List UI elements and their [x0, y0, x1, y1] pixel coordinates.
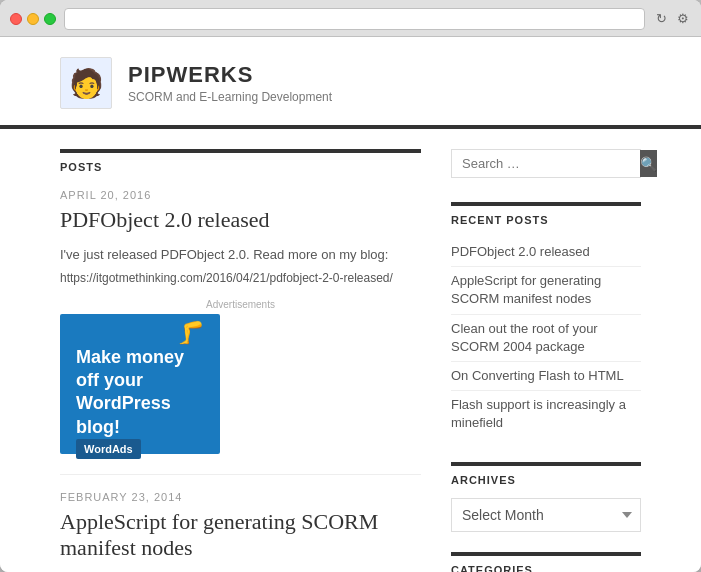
recent-post-item[interactable]: Flash support is increasingly a minefiel… [451, 391, 641, 437]
main-layout: POSTS APRIL 20, 2016 PDFObject 2.0 relea… [0, 129, 701, 572]
sidebar: 🔍 RECENT POSTS PDFObject 2.0 releasedApp… [451, 129, 641, 572]
ad-banner[interactable]: 🦵 Make money off your WordPress blog! Wo… [60, 314, 220, 454]
post-1-date: APRIL 20, 2016 [60, 189, 421, 201]
post-1-link[interactable]: https://itgotmethinking.com/2016/04/21/p… [60, 271, 421, 285]
site-wrapper: 🧑 PIPWERKS SCORM and E-Learning Developm… [0, 37, 701, 572]
site-tagline: SCORM and E-Learning Development [128, 90, 332, 104]
recent-post-item[interactable]: AppleScript for generating SCORM manifes… [451, 267, 641, 314]
browser-icons: ↻ ⚙ [653, 11, 691, 27]
site-name: PIPWERKS [128, 62, 332, 88]
recent-posts-heading: RECENT POSTS [451, 202, 641, 226]
content-area: POSTS APRIL 20, 2016 PDFObject 2.0 relea… [60, 129, 421, 572]
logo-figure: 🧑 [69, 67, 104, 100]
post-1: APRIL 20, 2016 PDFObject 2.0 released I'… [60, 189, 421, 454]
site-title-area: PIPWERKS SCORM and E-Learning Developmen… [128, 62, 332, 104]
ad-container: Advertisements 🦵 Make money off your Wor… [60, 299, 421, 454]
post-1-title[interactable]: PDFObject 2.0 released [60, 207, 421, 233]
address-bar[interactable] [64, 8, 645, 30]
minimize-button[interactable] [27, 13, 39, 25]
ad-text: Make money off your WordPress blog! [76, 346, 204, 440]
recent-post-item[interactable]: On Converting Flash to HTML [451, 362, 641, 391]
post-divider [60, 474, 421, 475]
categories-heading: CATEGORIES [451, 552, 641, 573]
ad-badge: WordAds [76, 439, 141, 459]
recent-post-item[interactable]: PDFObject 2.0 released [451, 238, 641, 267]
browser-window: ↻ ⚙ 🧑 PIPWERKS SCORM and E-Learning Deve… [0, 0, 701, 572]
site-logo: 🧑 [60, 57, 112, 109]
maximize-button[interactable] [44, 13, 56, 25]
archives-select[interactable]: Select Month [451, 498, 641, 532]
search-box: 🔍 [451, 149, 641, 178]
posts-heading: POSTS [60, 149, 421, 173]
refresh-icon[interactable]: ↻ [653, 11, 669, 27]
search-icon: 🔍 [640, 156, 657, 172]
recent-posts-list: PDFObject 2.0 releasedAppleScript for ge… [451, 238, 641, 438]
post-2-title[interactable]: AppleScript for generating SCORM manifes… [60, 509, 421, 561]
ad-figure: 🦵 [76, 320, 204, 346]
ad-label: Advertisements [60, 299, 421, 310]
browser-chrome: ↻ ⚙ [0, 0, 701, 37]
settings-icon[interactable]: ⚙ [675, 11, 691, 27]
site-header: 🧑 PIPWERKS SCORM and E-Learning Developm… [0, 37, 701, 129]
post-1-excerpt: I've just released PDFObject 2.0. Read m… [60, 245, 421, 265]
close-button[interactable] [10, 13, 22, 25]
post-2: FEBRUARY 23, 2014 AppleScript for genera… [60, 491, 421, 561]
archives-heading: ARCHIVES [451, 462, 641, 486]
search-input[interactable] [452, 150, 640, 177]
traffic-lights [10, 13, 56, 25]
browser-content: 🧑 PIPWERKS SCORM and E-Learning Developm… [0, 37, 701, 572]
search-button[interactable]: 🔍 [640, 150, 657, 177]
post-2-date: FEBRUARY 23, 2014 [60, 491, 421, 503]
recent-post-item[interactable]: Clean out the root of your SCORM 2004 pa… [451, 315, 641, 362]
